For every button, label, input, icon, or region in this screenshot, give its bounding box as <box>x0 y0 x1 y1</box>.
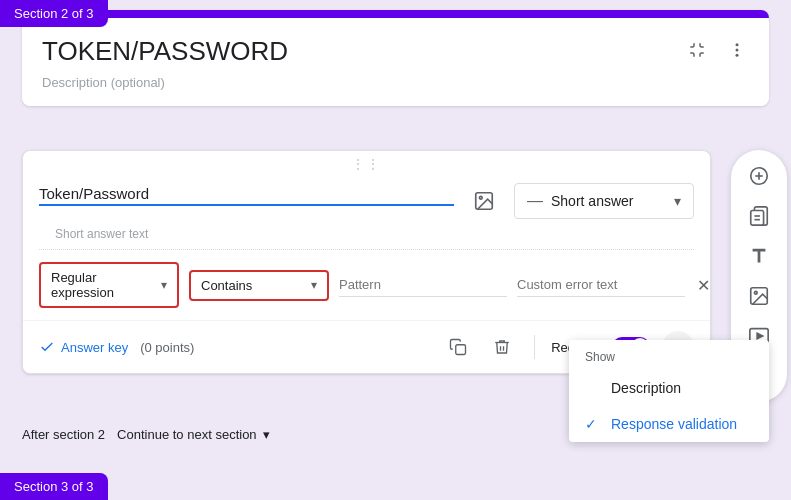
validation-condition-label: Contains <box>201 278 305 293</box>
chevron-down-icon: ▾ <box>674 193 681 209</box>
section-title: TOKEN/PASSWORD <box>42 36 749 67</box>
svg-point-2 <box>736 54 739 57</box>
validation-type-label: Regular expression <box>51 270 155 300</box>
drag-handle[interactable]: ⋮⋮ <box>23 151 710 171</box>
collapse-button[interactable] <box>681 34 713 66</box>
answer-type-icon: — <box>527 192 543 210</box>
validation-condition-dropdown[interactable]: Contains ▾ <box>189 270 329 301</box>
context-menu-header: Show <box>569 340 769 370</box>
image-tool[interactable] <box>741 278 777 314</box>
after-section-label: After section 2 <box>22 427 105 442</box>
validation-condition-arrow: ▾ <box>311 278 317 292</box>
response-validation-item-label: Response validation <box>611 416 737 432</box>
svg-rect-5 <box>456 345 466 355</box>
duplicate-button[interactable] <box>442 331 474 363</box>
context-menu: Show Description ✓ Response validation <box>569 340 769 442</box>
question-title-input[interactable] <box>39 183 454 206</box>
svg-point-0 <box>736 43 739 46</box>
import-tool[interactable] <box>741 198 777 234</box>
after-section-dropdown[interactable]: Continue to next section ▾ <box>117 427 269 442</box>
add-question-tool[interactable] <box>741 158 777 194</box>
validation-type-dropdown[interactable]: Regular expression ▾ <box>39 262 179 308</box>
section2-badge: Section 2 of 3 <box>0 0 108 27</box>
section-description: Description (optional) <box>42 75 749 90</box>
description-item-label: Description <box>611 380 681 396</box>
section3-badge: Section 3 of 3 <box>0 473 108 500</box>
svg-point-1 <box>736 49 739 52</box>
answer-type-label: Short answer <box>551 193 666 209</box>
title-card: TOKEN/PASSWORD Description (optional) <box>22 10 769 106</box>
more-options-title-button[interactable] <box>721 34 753 66</box>
svg-point-4 <box>479 196 482 199</box>
error-text-input[interactable] <box>517 273 685 297</box>
after-section-action: Continue to next section <box>117 427 256 442</box>
context-menu-response-validation[interactable]: ✓ Response validation <box>569 406 769 442</box>
context-menu-description[interactable]: Description <box>569 370 769 406</box>
validation-type-arrow: ▾ <box>161 278 167 292</box>
add-image-button[interactable] <box>466 183 502 219</box>
text-tool[interactable] <box>741 238 777 274</box>
checkmark-icon: ✓ <box>585 416 601 432</box>
svg-marker-19 <box>757 333 763 339</box>
validation-row: Regular expression ▾ Contains ▾ ✕ <box>23 250 710 320</box>
short-answer-placeholder: Short answer text <box>39 227 694 250</box>
after-section-arrow: ▾ <box>263 427 270 442</box>
clear-validation-button[interactable]: ✕ <box>695 274 712 297</box>
svg-rect-13 <box>751 211 764 226</box>
answer-key-label: Answer key <box>61 340 128 355</box>
pattern-input[interactable] <box>339 273 507 297</box>
answer-key-button[interactable]: Answer key <box>39 339 128 355</box>
svg-point-17 <box>754 291 757 294</box>
answer-type-selector[interactable]: — Short answer ▾ <box>514 183 694 219</box>
delete-button[interactable] <box>486 331 518 363</box>
points-label: (0 points) <box>140 340 194 355</box>
